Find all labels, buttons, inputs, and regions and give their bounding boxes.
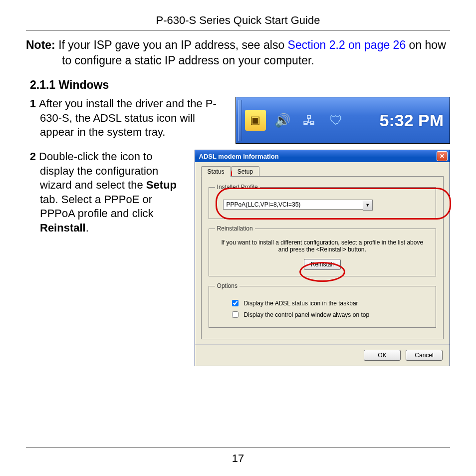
cancel-button[interactable]: Cancel	[406, 350, 443, 361]
installed-profile-group: Installed Profile ▼	[209, 184, 436, 219]
close-icon: ✕	[440, 153, 445, 160]
ok-button[interactable]: OK	[364, 350, 401, 361]
security-icon[interactable]: 🛡	[326, 110, 347, 131]
page-number: 17	[26, 448, 450, 465]
step-2-text-e: .	[86, 222, 89, 234]
section-title: Windows	[59, 78, 109, 91]
step-2: 2Double-click the icon to display the co…	[26, 150, 188, 236]
option-always-on-top-label: Display the control panel window always …	[244, 311, 369, 318]
network-icon[interactable]: 🖧	[299, 110, 320, 131]
reinstallation-legend: Reinstallation	[215, 225, 255, 232]
option-taskbar-icon-label: Display the ADSL status icon in the task…	[244, 300, 358, 307]
close-button[interactable]: ✕	[437, 151, 448, 161]
step-2-text-c: tab. Select a PPPoE or PPPoA profile and…	[40, 193, 153, 220]
note-crossref-link[interactable]: Section 2.2 on page 26	[288, 38, 406, 51]
option-taskbar-icon-checkbox[interactable]	[232, 300, 238, 306]
note-label: Note:	[26, 38, 55, 51]
options-legend: Options	[215, 282, 239, 289]
tray-clock: 5:32 PM	[380, 111, 444, 130]
step-2-bold-reinstall: Reinstall	[40, 222, 86, 234]
tab-setup[interactable]: Setup	[231, 166, 259, 177]
note-paragraph: Note: If your ISP gave you an IP address…	[26, 37, 450, 68]
adsl-status-icon[interactable]: ▣	[245, 110, 266, 131]
option-row-2[interactable]: Display the control panel window always …	[230, 310, 430, 319]
step-1: 1After you install the driver and the P-…	[26, 97, 226, 140]
note-text-before: If your ISP gave you an IP address, see …	[55, 38, 288, 51]
adsl-modem-dialog: ADSL modem information ✕ Status Setup	[195, 150, 450, 366]
step-2-number: 2	[26, 150, 36, 164]
option-always-on-top-checkbox[interactable]	[232, 311, 238, 318]
reinstall-button[interactable]: Reinstall	[304, 259, 341, 270]
tab-status[interactable]: Status	[201, 166, 231, 177]
step-2-bold-setup: Setup	[146, 179, 177, 191]
step-1-number: 1	[26, 97, 36, 111]
profile-value[interactable]	[223, 200, 363, 210]
reinstallation-text: If you want to install a different confi…	[218, 239, 427, 253]
reinstallation-group: Reinstallation If you want to install a …	[209, 225, 436, 276]
doc-header-title: P-630-S Series Quick Start Guide	[26, 14, 450, 30]
tray-grip	[238, 100, 242, 141]
section-heading: 2.1.1 Windows	[30, 78, 450, 92]
section-number: 2.1.1	[30, 78, 55, 91]
chevron-down-icon[interactable]: ▼	[363, 200, 373, 211]
options-group: Options Display the ADSL status icon in …	[209, 282, 436, 328]
profile-combobox[interactable]: ▼	[223, 200, 373, 211]
system-tray-figure: ▣ 🔊 🖧 🛡 5:32 PM	[236, 97, 450, 144]
step-1-text: After you install the driver and the P-6…	[39, 97, 217, 138]
volume-icon[interactable]: 🔊	[272, 110, 293, 131]
dialog-title: ADSL modem information	[199, 153, 279, 160]
installed-profile-legend: Installed Profile	[215, 184, 260, 191]
step-2-text-a: Double-click the icon to display the con…	[39, 150, 158, 191]
dialog-titlebar[interactable]: ADSL modem information ✕	[195, 150, 450, 162]
option-row-1[interactable]: Display the ADSL status icon in the task…	[230, 298, 430, 308]
